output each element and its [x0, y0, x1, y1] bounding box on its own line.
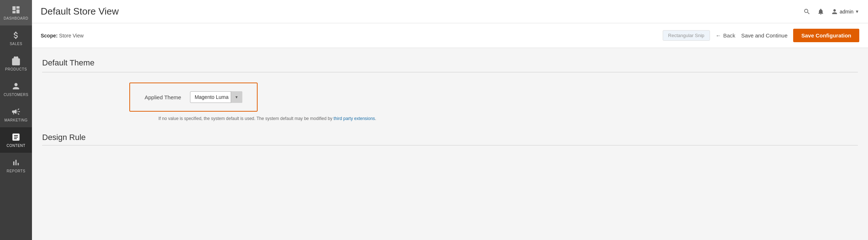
- bell-icon: [817, 8, 824, 15]
- sales-icon: [11, 31, 21, 40]
- main-content: Default Store View admin ▼: [32, 0, 868, 240]
- hint-text-main: If no value is specified, the system def…: [158, 116, 334, 121]
- applied-theme-hint: If no value is specified, the system def…: [158, 116, 858, 121]
- scope-bar: Scope: Store View Rectangular Snip ← Bac…: [32, 23, 868, 48]
- top-bar-icons: admin ▼: [803, 8, 859, 15]
- hint-suffix: .: [375, 116, 376, 121]
- marketing-icon: [11, 107, 21, 116]
- save-continue-button[interactable]: Save and Continue: [741, 32, 788, 39]
- content-icon: [11, 132, 21, 142]
- scope-label: Scope:: [41, 33, 58, 39]
- sidebar-item-customers[interactable]: CUSTOMERS: [0, 76, 32, 102]
- sidebar-item-customers-label: CUSTOMERS: [4, 93, 28, 97]
- reports-icon: [11, 158, 21, 167]
- design-rule-divider: [42, 145, 858, 145]
- sidebar-item-reports[interactable]: REPORTS: [0, 153, 32, 178]
- search-icon: [803, 8, 811, 15]
- sidebar-item-dashboard-label: DASHBOARD: [4, 16, 28, 20]
- dashboard-icon: [11, 5, 21, 15]
- hint-link[interactable]: third party extensions: [334, 116, 375, 121]
- save-configuration-button[interactable]: Save Configuration: [793, 29, 859, 42]
- customers-icon: [11, 81, 21, 91]
- applied-theme-label: Applied Theme: [145, 94, 181, 100]
- admin-dropdown-icon: ▼: [855, 9, 859, 14]
- default-theme-divider: [42, 72, 858, 72]
- sidebar-item-reports-label: REPORTS: [7, 169, 25, 173]
- sidebar-item-marketing-label: MARKETING: [4, 118, 28, 122]
- sidebar: DASHBOARD SALES PRODUCTS CUSTOMERS MARKE…: [0, 0, 32, 240]
- sidebar-item-products[interactable]: PRODUCTS: [0, 51, 32, 76]
- sidebar-item-marketing[interactable]: MARKETING: [0, 102, 32, 127]
- notifications-button[interactable]: [817, 8, 824, 15]
- scope-value: Store View: [59, 33, 84, 39]
- admin-label: admin: [840, 9, 853, 15]
- search-button[interactable]: [803, 8, 811, 15]
- products-icon: [11, 56, 21, 65]
- sidebar-item-dashboard[interactable]: DASHBOARD: [0, 0, 32, 25]
- admin-icon: [831, 8, 838, 15]
- theme-select-wrapper: Magento Luma Magento Blank ▾: [190, 91, 242, 103]
- applied-theme-row: Applied Theme Magento Luma Magento Blank…: [129, 83, 258, 112]
- sidebar-item-sales-label: SALES: [10, 42, 23, 46]
- design-rule-title: Design Rule: [42, 133, 858, 142]
- admin-menu-button[interactable]: admin ▼: [831, 8, 859, 15]
- back-button[interactable]: ← Back: [716, 32, 735, 39]
- default-theme-title: Default Theme: [42, 58, 858, 68]
- top-bar: Default Store View admin ▼: [32, 0, 868, 23]
- sidebar-item-content[interactable]: CONTENT: [0, 127, 32, 153]
- page-title: Default Store View: [41, 6, 119, 17]
- scope-text: Scope: Store View: [41, 33, 657, 39]
- scope-snippet: Rectangular Snip: [663, 30, 710, 41]
- sidebar-item-products-label: PRODUCTS: [5, 67, 27, 71]
- back-arrow-icon: ←: [716, 32, 721, 39]
- content-area: Default Theme Applied Theme Magento Luma…: [32, 48, 868, 240]
- applied-theme-select[interactable]: Magento Luma Magento Blank: [190, 91, 242, 103]
- sidebar-item-sales[interactable]: SALES: [0, 25, 32, 51]
- sidebar-item-content-label: CONTENT: [7, 144, 25, 148]
- back-label: Back: [723, 32, 735, 39]
